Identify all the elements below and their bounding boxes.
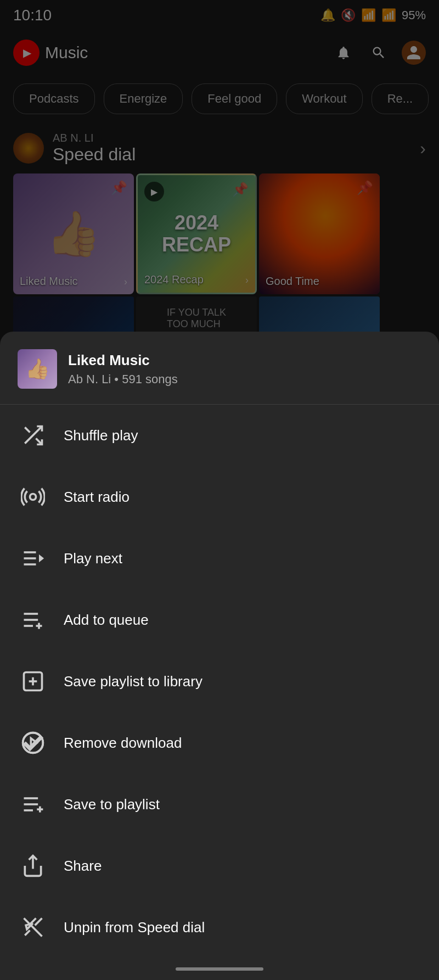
menu-shuffle-play[interactable]: Shuffle play bbox=[0, 405, 439, 466]
category-chips: Podcasts Energize Feel good Workout Re..… bbox=[0, 75, 439, 123]
menu-play-next[interactable]: Play next bbox=[0, 528, 439, 589]
playlist-2024-recap[interactable]: ▶ 2024 RECAP 📌 2024 Recap › bbox=[136, 173, 257, 294]
status-time: 10:10 bbox=[13, 7, 52, 24]
menu-remove-download[interactable]: Remove download bbox=[0, 712, 439, 774]
logo-area: Music bbox=[13, 40, 331, 66]
chip-energize[interactable]: Energize bbox=[104, 83, 183, 114]
chip-feelgood[interactable]: Feel good bbox=[192, 83, 277, 114]
playlist-row: 👍 📌 Liked Music › ▶ 2024 RECAP 📌 2024 Re… bbox=[0, 173, 439, 294]
pin-icon: 📌 bbox=[111, 180, 127, 195]
chip-workout[interactable]: Workout bbox=[286, 83, 363, 114]
playlist-goodtime-label: Good Time bbox=[266, 275, 319, 288]
svg-marker-4 bbox=[39, 555, 44, 563]
mute-icon: 🔇 bbox=[341, 8, 356, 23]
share-label: Share bbox=[64, 858, 102, 875]
save-library-label: Save playlist to library bbox=[64, 673, 202, 690]
save-playlist-icon bbox=[18, 789, 48, 820]
remove-download-icon bbox=[18, 727, 48, 758]
play-next-label: Play next bbox=[64, 550, 122, 567]
playlist-liked-label: Liked Music bbox=[20, 275, 78, 288]
bottom-sheet: 👍 Liked Music Ab N. Li • 591 songs Shuff… bbox=[0, 332, 439, 980]
speed-dial-user: AB N. LI bbox=[53, 132, 420, 144]
svg-point-0 bbox=[30, 494, 36, 500]
home-bar bbox=[176, 967, 263, 971]
chip-podcasts[interactable]: Podcasts bbox=[13, 83, 95, 114]
speed-dial-avatar bbox=[13, 133, 44, 164]
menu-share[interactable]: Share bbox=[0, 835, 439, 897]
sheet-header: 👍 Liked Music Ab N. Li • 591 songs bbox=[0, 332, 439, 405]
youtube-music-logo bbox=[13, 40, 40, 66]
sheet-title: Liked Music bbox=[68, 352, 421, 369]
share-icon bbox=[18, 850, 48, 881]
speed-dial-section: AB N. LI Speed dial › bbox=[0, 123, 439, 173]
speed-dial-chevron[interactable]: › bbox=[420, 138, 426, 159]
add-queue-icon bbox=[18, 604, 48, 635]
home-indicator bbox=[0, 958, 439, 980]
menu-save-playlist[interactable]: Save to playlist bbox=[0, 774, 439, 835]
app-title: Music bbox=[45, 43, 88, 62]
sheet-thumbnail: 👍 bbox=[18, 349, 57, 389]
radio-icon bbox=[18, 481, 48, 512]
unpin-label: Unpin from Speed dial bbox=[64, 919, 205, 936]
menu-add-queue[interactable]: Add to queue bbox=[0, 589, 439, 651]
menu-unpin[interactable]: Unpin from Speed dial bbox=[0, 897, 439, 958]
menu-start-radio[interactable]: Start radio bbox=[0, 466, 439, 528]
playlist-liked-music[interactable]: 👍 📌 Liked Music › bbox=[13, 173, 134, 294]
playlist-arrow: › bbox=[124, 276, 127, 288]
sheet-info: Liked Music Ab N. Li • 591 songs bbox=[68, 352, 421, 387]
sheet-subtitle: Ab N. Li • 591 songs bbox=[68, 372, 421, 387]
vibrate-icon: 🔔 bbox=[320, 8, 335, 23]
menu-save-library[interactable]: Save playlist to library bbox=[0, 651, 439, 712]
playlist-recap-label: 2024 Recap bbox=[144, 273, 204, 286]
add-queue-label: Add to queue bbox=[64, 612, 149, 629]
recap-text: 2024 RECAP bbox=[162, 212, 231, 255]
thumbs-up-icon: 👍 bbox=[46, 208, 101, 260]
chip-more[interactable]: Re... bbox=[372, 83, 429, 114]
shuffle-icon bbox=[18, 420, 48, 451]
search-button[interactable] bbox=[367, 41, 391, 65]
recap-arrow: › bbox=[245, 275, 249, 286]
wifi-icon: 📶 bbox=[361, 8, 376, 23]
header-actions bbox=[331, 41, 426, 65]
signal-icon: 📶 bbox=[381, 8, 396, 23]
status-icons: 🔔 🔇 📶 📶 95% bbox=[320, 8, 426, 23]
app-header: Music bbox=[0, 31, 439, 75]
notification-button[interactable] bbox=[331, 41, 356, 65]
save-playlist-label: Save to playlist bbox=[64, 796, 160, 813]
recap-play-button[interactable]: ▶ bbox=[144, 182, 164, 201]
sheet-thumb-icon: 👍 bbox=[25, 357, 50, 380]
playlist-good-time[interactable]: 📌 Good Time bbox=[259, 173, 380, 294]
shuffle-play-label: Shuffle play bbox=[64, 427, 138, 444]
recap-pin-icon: 📌 bbox=[232, 182, 249, 197]
start-radio-label: Start radio bbox=[64, 489, 130, 506]
goodtime-pin-icon: 📌 bbox=[357, 180, 373, 195]
speed-dial-title: Speed dial bbox=[53, 144, 420, 165]
battery-icon: 95% bbox=[402, 8, 426, 23]
status-bar: 10:10 🔔 🔇 📶 📶 95% bbox=[0, 0, 439, 31]
unpin-icon bbox=[18, 912, 48, 943]
speed-dial-info: AB N. LI Speed dial bbox=[53, 132, 420, 165]
user-avatar[interactable] bbox=[402, 41, 426, 65]
save-library-icon bbox=[18, 666, 48, 697]
play-next-icon bbox=[18, 543, 48, 574]
remove-download-label: Remove download bbox=[64, 735, 182, 752]
